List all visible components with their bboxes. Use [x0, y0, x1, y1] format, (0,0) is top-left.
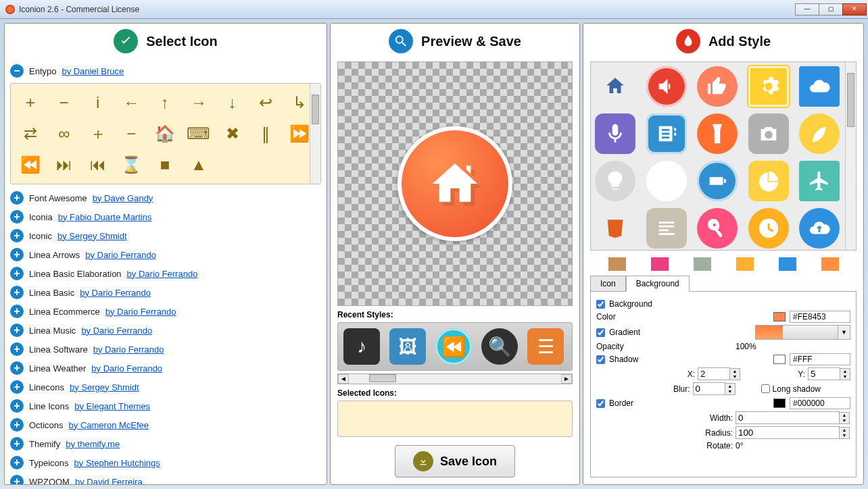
style-preset[interactable] [799, 161, 840, 201]
set-author-link[interactable]: by Dave Gandy [93, 193, 153, 203]
icon-glyph[interactable]: ■ [151, 151, 179, 178]
style-preset[interactable] [595, 66, 635, 107]
shadow-x-spinner[interactable]: ▲▼ [698, 367, 740, 380]
style-scrollbar[interactable] [845, 62, 856, 250]
set-author-link[interactable]: by Dario Ferrando [91, 363, 162, 374]
color-input[interactable] [790, 311, 850, 323]
set-toggle-icon[interactable]: + [10, 361, 24, 375]
shadow-color-swatch[interactable] [773, 355, 786, 364]
maximize-button[interactable]: ▢ [819, 3, 843, 16]
border-checkbox[interactable] [596, 399, 605, 408]
set-author-link[interactable]: by Elegant Themes [74, 401, 150, 411]
set-author-link[interactable]: by David Ferreira [75, 477, 143, 485]
style-preset[interactable] [748, 113, 789, 154]
set-author-link[interactable]: by Dario Ferrando [81, 326, 152, 336]
icon-glyph[interactable]: ▲ [185, 151, 213, 178]
set-author-link[interactable]: by Daniel Bruce [62, 66, 124, 76]
save-icon-button[interactable]: Save Icon [395, 445, 515, 478]
shadow-y-spinner[interactable]: ▲▼ [808, 367, 850, 380]
border-color-input[interactable] [790, 397, 850, 409]
swatch[interactable] [694, 257, 711, 271]
swatch[interactable] [736, 257, 754, 271]
icon-glyph[interactable]: ⏭ [50, 151, 78, 178]
style-preset[interactable] [595, 161, 635, 201]
recent-style-item[interactable]: ☰ [527, 328, 564, 365]
set-author-link[interactable]: by themify.me [66, 439, 120, 449]
minimize-button[interactable]: — [795, 3, 819, 16]
style-preset[interactable] [748, 66, 789, 107]
tab-background[interactable]: Background [626, 276, 690, 292]
icon-glyph[interactable]: ↓ [218, 89, 247, 116]
style-preset[interactable] [799, 113, 840, 154]
set-author-link[interactable]: by Dario Ferrando [93, 344, 164, 355]
set-toggle-icon[interactable]: + [10, 418, 24, 432]
set-author-link[interactable]: by Sergey Shmidt [57, 231, 127, 241]
border-width-spinner[interactable]: ▲▼ [736, 411, 850, 424]
icon-glyph[interactable]: − [117, 120, 145, 147]
icon-glyph[interactable]: ∞ [50, 120, 78, 147]
icon-glyph[interactable]: 🏠 [151, 120, 179, 147]
set-author-link[interactable]: by Fabio Duarte Martins [58, 212, 152, 222]
set-toggle-icon[interactable]: + [10, 286, 24, 299]
icon-glyph[interactable]: + [16, 89, 45, 116]
background-checkbox[interactable] [596, 300, 605, 309]
set-toggle-icon[interactable]: + [10, 229, 24, 242]
tab-icon[interactable]: Icon [590, 276, 626, 292]
swatch[interactable] [821, 257, 839, 271]
style-preset[interactable] [646, 161, 687, 201]
style-preset[interactable] [595, 113, 635, 154]
swatch[interactable] [608, 257, 626, 271]
style-preset[interactable] [697, 161, 738, 201]
recent-style-item[interactable]: 🖼 [389, 328, 426, 365]
recent-style-item[interactable]: ⏪ [435, 328, 472, 365]
set-toggle-icon[interactable]: + [10, 399, 24, 413]
set-toggle-icon[interactable]: + [10, 475, 24, 484]
style-preset[interactable] [697, 66, 738, 107]
icon-glyph[interactable]: ⌨ [185, 120, 213, 147]
set-toggle-icon[interactable]: + [10, 380, 24, 394]
style-preset[interactable] [748, 161, 789, 201]
icon-grid-scrollbar[interactable] [310, 84, 320, 184]
icon-glyph[interactable]: i [84, 89, 112, 116]
blur-spinner[interactable]: ▲▼ [693, 382, 736, 395]
style-preset[interactable] [799, 208, 840, 249]
set-author-link[interactable]: by Cameron McEfee [69, 420, 149, 430]
border-radius-spinner[interactable]: ▲▼ [736, 426, 850, 439]
gradient-dropdown[interactable]: ▼ [755, 325, 851, 340]
set-toggle-icon[interactable]: + [10, 191, 24, 205]
swatch[interactable] [779, 257, 796, 271]
style-preset[interactable] [646, 66, 687, 107]
swatch[interactable] [651, 257, 669, 271]
recent-style-item[interactable]: 🔍 [481, 328, 518, 365]
set-toggle-icon[interactable]: + [10, 324, 24, 337]
set-toggle-icon[interactable]: + [10, 342, 24, 356]
set-toggle-icon[interactable]: + [10, 305, 24, 318]
icon-glyph[interactable]: ↩ [251, 89, 280, 116]
icon-glyph[interactable]: ‖ [251, 120, 280, 147]
long-shadow-checkbox[interactable] [761, 384, 770, 393]
icon-glyph[interactable]: ⏮ [84, 151, 112, 178]
set-toggle-icon[interactable]: + [10, 437, 24, 451]
style-preset[interactable] [595, 208, 635, 249]
recent-scrollbar[interactable]: ◄► [337, 374, 573, 384]
icon-glyph[interactable]: ⇄ [16, 120, 45, 147]
style-preset[interactable] [748, 208, 789, 249]
set-author-link[interactable]: by Dario Ferrando [105, 307, 176, 317]
shadow-checkbox[interactable] [596, 355, 605, 364]
icon-glyph[interactable]: ＋ [84, 120, 112, 147]
set-author-link[interactable]: by Dario Ferrando [85, 250, 156, 260]
style-preset[interactable] [799, 66, 840, 107]
selected-icons-tray[interactable] [337, 401, 573, 437]
shadow-color-input[interactable] [790, 353, 850, 365]
set-toggle-icon[interactable]: + [10, 248, 24, 261]
icon-glyph[interactable]: ← [117, 89, 145, 116]
set-toggle-icon[interactable]: − [10, 64, 24, 78]
set-toggle-icon[interactable]: + [10, 210, 24, 224]
style-preset[interactable] [697, 113, 738, 154]
style-preset[interactable] [646, 113, 687, 154]
set-author-link[interactable]: by Sergey Shmidt [70, 382, 139, 392]
gradient-checkbox[interactable] [596, 328, 605, 337]
border-color-swatch[interactable] [773, 398, 786, 408]
set-author-link[interactable]: by Dario Ferrando [127, 269, 198, 279]
icon-glyph[interactable]: ✖ [218, 120, 247, 147]
